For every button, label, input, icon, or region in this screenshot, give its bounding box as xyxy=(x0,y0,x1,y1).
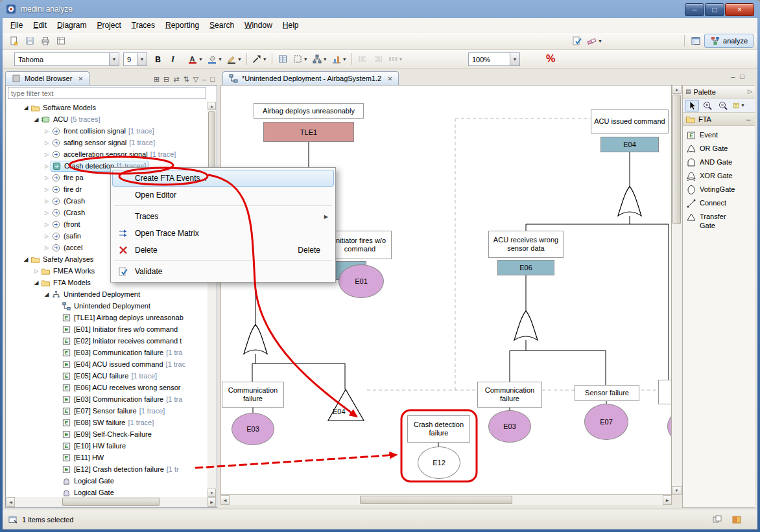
minimize-button[interactable]: – xyxy=(685,3,704,16)
tree-expander-closed-icon[interactable]: ▷ xyxy=(43,152,51,157)
chevron-down-icon[interactable]: ▼ xyxy=(109,53,119,65)
menu-window[interactable]: Window xyxy=(239,19,278,32)
node-id-e04[interactable]: E04 xyxy=(600,137,659,152)
filter-input[interactable] xyxy=(8,87,206,99)
tree-expander-closed-icon[interactable]: ▷ xyxy=(43,210,51,216)
node-label-communication-failure-right[interactable]: Communication failure xyxy=(477,382,542,408)
org-layout-button[interactable]: ▼ xyxy=(310,52,329,66)
context-menu-item[interactable]: Open Editor xyxy=(112,187,334,203)
arrow-style-button[interactable]: ▼ xyxy=(250,52,269,66)
menu-help[interactable]: Help xyxy=(278,19,304,32)
chevron-down-icon[interactable]: ▼ xyxy=(137,53,147,65)
tree-item[interactable]: E[E03] Communication failure[1 tra xyxy=(6,393,208,405)
tree-item[interactable]: E[E08] SW failure[1 trace] xyxy=(6,417,208,428)
close-button[interactable]: × xyxy=(725,3,754,16)
editor-vertical-scrollbar[interactable]: ▲ ▼ xyxy=(672,85,682,495)
menu-traces[interactable]: Traces xyxy=(126,19,160,32)
cursor-button[interactable] xyxy=(685,100,699,111)
palette-header[interactable]: ▤ Palette ▷ xyxy=(683,86,755,98)
diagram-canvas[interactable]: Airbag deploys unreasonably TLE1 ACU iss… xyxy=(220,85,672,495)
tree-item[interactable]: Logical Gate xyxy=(6,487,208,497)
tree-item[interactable]: E[E11] HW xyxy=(6,452,208,463)
fill-color-button[interactable]: ▼ xyxy=(205,52,224,66)
tree-item[interactable]: ▷accelleration sensor signal[1 trace] xyxy=(6,148,208,160)
chevron-down-icon[interactable]: ▼ xyxy=(741,103,745,108)
zoom-out-button[interactable] xyxy=(716,100,730,111)
zoom-in-button[interactable] xyxy=(700,100,715,111)
node-label-clipped[interactable] xyxy=(658,380,672,404)
tree-expander-closed-icon[interactable]: ▷ xyxy=(43,233,51,239)
align-left-button[interactable] xyxy=(355,52,370,66)
node-label-crash-detection[interactable]: Crash detection failure xyxy=(407,415,470,443)
palette-item[interactable]: XOR Gate xyxy=(685,170,753,183)
close-icon[interactable]: ✕ xyxy=(387,75,392,82)
scroll-right-icon[interactable]: ▶ xyxy=(208,497,216,507)
tree-item[interactable]: E[E10] HW failure xyxy=(6,440,208,452)
tree-item[interactable]: ▷safing sensor signal[1 trace] xyxy=(6,137,208,148)
heap-button[interactable] xyxy=(731,515,742,525)
tree-expander-open-icon[interactable]: ◢ xyxy=(32,279,40,286)
menu-project[interactable]: Project xyxy=(91,19,126,32)
scroll-left-icon[interactable]: ◀ xyxy=(6,497,15,507)
tree-expander-open-icon[interactable]: ◢ xyxy=(22,104,30,111)
tree-expander-open-icon[interactable]: ◢ xyxy=(43,291,51,297)
menu-edit[interactable]: Edit xyxy=(28,19,52,32)
node-label-acu-issued[interactable]: ACU issued command xyxy=(591,110,669,133)
font-family-combo[interactable]: Tahoma ▼ xyxy=(14,52,119,66)
editor-minimize-button[interactable]: – xyxy=(731,73,735,80)
editor-horizontal-scrollbar[interactable]: ◀ ▶ xyxy=(220,495,672,505)
palette-item[interactable]: EEvent xyxy=(685,129,753,143)
tree-item[interactable]: E[E02] Initiator receives command t xyxy=(6,335,208,347)
node-event-e12[interactable]: E12 xyxy=(418,446,460,479)
tree-expander-closed-icon[interactable]: ▷ xyxy=(43,128,51,134)
palette-item[interactable]: VotingGate xyxy=(685,183,753,197)
scroll-right-icon[interactable]: ▶ xyxy=(663,495,672,505)
menu-file[interactable]: File xyxy=(5,19,28,32)
tab-editor[interactable]: *Unintended Deployment - AirbagSystem1.2… xyxy=(222,71,399,85)
context-menu-item[interactable]: Traces▶ xyxy=(112,208,334,225)
tree-item[interactable]: Logical Gate xyxy=(6,475,208,487)
tab-model-browser[interactable]: Model Browser ✕ xyxy=(5,71,89,85)
collapse-all-button[interactable]: ⊟ xyxy=(163,75,169,83)
tree-expander-open-icon[interactable]: ◢ xyxy=(32,116,40,122)
font-size-combo[interactable]: 9 ▼ xyxy=(123,52,147,66)
view-menu-button[interactable]: ▽ xyxy=(193,75,198,83)
palette-item[interactable]: AND Gate xyxy=(685,156,753,170)
link-editor-button[interactable]: ⇄ xyxy=(173,75,179,83)
tree-expander-closed-icon[interactable]: ▷ xyxy=(43,163,51,169)
tree-item[interactable]: E[TLE1] Airbag deploys unreasonab xyxy=(6,312,208,323)
node-event-e07[interactable]: E07 xyxy=(584,404,628,440)
align-right-button[interactable] xyxy=(370,52,386,66)
tree-item[interactable]: ▷front collision signal[1 trace] xyxy=(6,125,208,137)
minimize-button[interactable]: – xyxy=(202,75,206,83)
palette-drawer-fta[interactable]: FTA ↔ xyxy=(683,113,755,126)
node-event-e03-left[interactable]: E03 xyxy=(232,413,274,445)
tree-item[interactable]: E[E03] Communication failure[1 tra xyxy=(6,347,208,358)
tree-expander-closed-icon[interactable]: ▷ xyxy=(43,187,51,192)
chevron-down-icon[interactable]: ▼ xyxy=(598,39,602,43)
node-label-sensor-failure[interactable]: Sensor failure xyxy=(575,385,639,401)
chevron-down-icon[interactable]: ▼ xyxy=(237,57,242,62)
menu-reporting[interactable]: Reporting xyxy=(160,19,204,32)
node-event-e03-right[interactable]: E03 xyxy=(488,410,531,443)
close-icon[interactable]: ✕ xyxy=(78,75,83,82)
node-id-e06[interactable]: E06 xyxy=(497,260,554,275)
distribute-button[interactable]: ▼ xyxy=(386,52,405,66)
scroll-up-icon[interactable]: ▲ xyxy=(208,102,216,110)
tree-item[interactable]: E[E01] Initiator fires w/o command xyxy=(6,323,208,335)
note-button[interactable]: ▼ xyxy=(731,100,746,111)
scrollbar-thumb[interactable] xyxy=(62,498,160,506)
chevron-down-icon[interactable]: ▼ xyxy=(198,57,203,62)
pin-drawer-icon[interactable]: ↔ xyxy=(745,115,752,122)
node-event-e01[interactable]: E01 xyxy=(338,264,384,298)
maximize-button[interactable]: □ xyxy=(210,75,215,83)
chevron-down-icon[interactable]: ▼ xyxy=(399,57,403,62)
transfer-gate-label[interactable]: E04 xyxy=(333,408,359,415)
save-button[interactable] xyxy=(22,34,38,48)
zoom-combo[interactable]: 100% ▼ xyxy=(468,52,520,66)
tree-expander-open-icon[interactable]: ◢ xyxy=(22,256,30,262)
chart-button[interactable]: ▼ xyxy=(329,52,349,66)
tree-item[interactable]: E[E07] Sensor failure[1 trace] xyxy=(6,405,208,417)
scrollbar-thumb[interactable] xyxy=(360,496,512,504)
palette-item[interactable]: Connect xyxy=(685,197,753,211)
